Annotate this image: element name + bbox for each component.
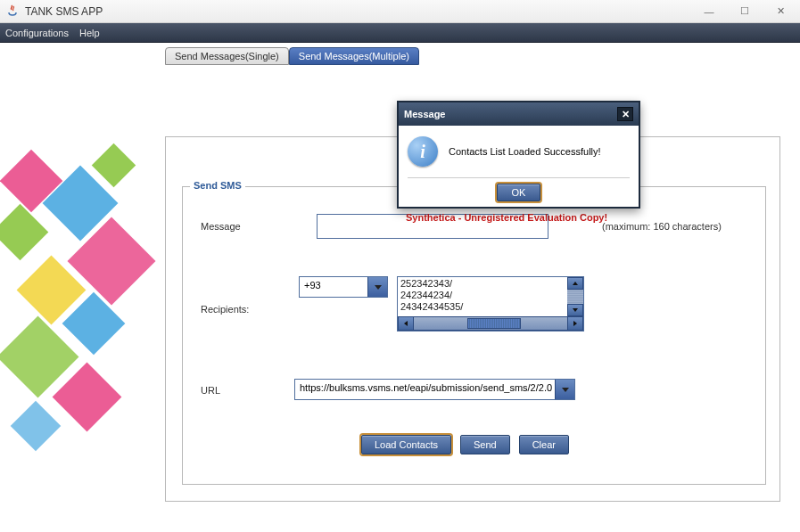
send-sms-fieldset: Send SMS Message (maximum: 160 character… bbox=[182, 186, 766, 485]
message-dialog: Message ✕ i Contacts List Loaded Success… bbox=[397, 101, 640, 209]
scroll-down-icon[interactable] bbox=[567, 304, 583, 316]
button-row: Load Contacts Send Clear bbox=[361, 435, 569, 454]
fieldset-legend: Send SMS bbox=[190, 180, 245, 191]
minimize-button[interactable]: — bbox=[691, 1, 727, 22]
url-value[interactable]: https://bulksms.vsms.net/eapi/submission… bbox=[295, 380, 555, 399]
decorative-art bbox=[0, 141, 156, 462]
url-label: URL bbox=[201, 385, 220, 396]
country-code-value: +93 bbox=[300, 277, 367, 297]
horizontal-scrollbar[interactable] bbox=[398, 316, 583, 331]
scroll-right-icon[interactable] bbox=[567, 316, 583, 331]
tab-send-multiple[interactable]: Send Messages(Multiple) bbox=[289, 47, 419, 65]
dialog-titlebar[interactable]: Message ✕ bbox=[399, 102, 639, 126]
vertical-scrollbar[interactable] bbox=[567, 277, 583, 316]
close-button[interactable]: ✕ bbox=[763, 1, 798, 22]
dialog-title: Message bbox=[404, 109, 617, 119]
horizontal-scrollbar-thumb[interactable] bbox=[467, 318, 521, 329]
dialog-message: Contacts List Loaded Successfully! bbox=[449, 146, 601, 157]
unregistered-warning: Synthetica - Unregistered Evaluation Cop… bbox=[406, 212, 607, 223]
menu-configurations[interactable]: Configurations bbox=[5, 28, 69, 38]
info-icon: i bbox=[408, 136, 438, 167]
clear-button[interactable]: Clear bbox=[519, 435, 569, 454]
content-area: Send Messages(Single) Send Messages(Mult… bbox=[0, 43, 800, 532]
list-item[interactable]: 252342343/ bbox=[400, 278, 565, 290]
tab-send-single[interactable]: Send Messages(Single) bbox=[165, 47, 289, 65]
message-label: Message bbox=[201, 221, 241, 232]
dialog-close-button[interactable]: ✕ bbox=[617, 107, 633, 121]
java-icon bbox=[5, 4, 20, 19]
tabstrip: Send Messages(Single) Send Messages(Mult… bbox=[165, 47, 419, 65]
dialog-ok-button[interactable]: OK bbox=[497, 184, 541, 201]
recipients-label: Recipients: bbox=[201, 304, 249, 315]
menu-help[interactable]: Help bbox=[79, 28, 100, 38]
list-item[interactable]: 242344234/ bbox=[400, 290, 565, 301]
list-item[interactable]: 24342434535/ bbox=[400, 301, 565, 313]
scroll-up-icon[interactable] bbox=[567, 277, 583, 290]
horizontal-scrollbar-track[interactable] bbox=[414, 316, 567, 331]
vertical-scrollbar-track[interactable] bbox=[567, 290, 583, 304]
recipients-listbox[interactable]: 252342343/ 242344234/ 24342434535/ bbox=[397, 276, 584, 331]
window-titlebar: TANK SMS APP — ☐ ✕ bbox=[0, 0, 800, 23]
url-combo[interactable]: https://bulksms.vsms.net/eapi/submission… bbox=[294, 379, 575, 400]
window-title: TANK SMS APP bbox=[25, 5, 691, 18]
chevron-down-icon[interactable] bbox=[367, 277, 387, 297]
chevron-down-icon[interactable] bbox=[555, 380, 574, 399]
scroll-left-icon[interactable] bbox=[398, 316, 414, 331]
load-contacts-button[interactable]: Load Contacts bbox=[361, 435, 451, 454]
recipients-items[interactable]: 252342343/ 242344234/ 24342434535/ bbox=[398, 277, 567, 316]
country-code-combo[interactable]: +93 bbox=[299, 276, 388, 298]
maximize-button[interactable]: ☐ bbox=[727, 1, 763, 22]
menubar: Configurations Help bbox=[0, 23, 800, 43]
send-button[interactable]: Send bbox=[460, 435, 510, 454]
max-chars-label: (maximum: 160 characters) bbox=[602, 221, 722, 232]
